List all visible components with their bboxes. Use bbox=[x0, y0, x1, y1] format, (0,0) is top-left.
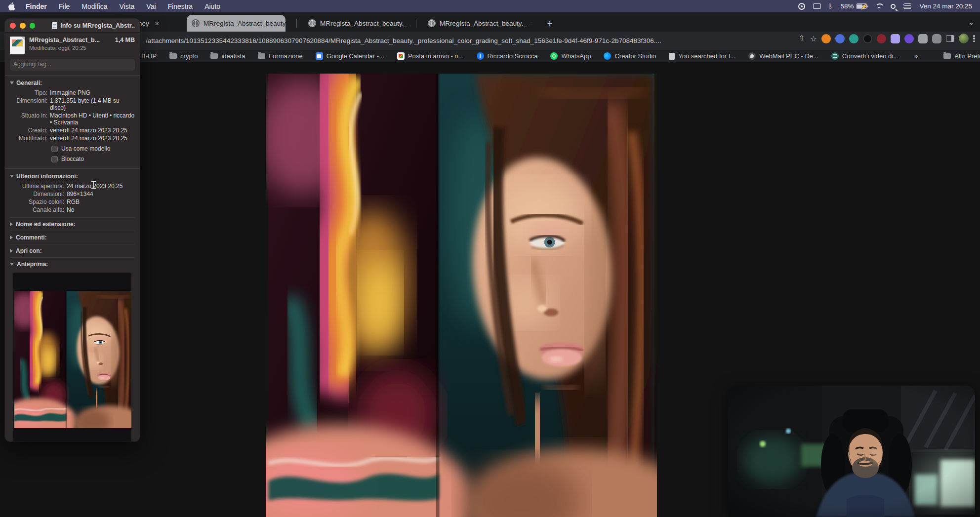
tab-active[interactable]: MRregista_Abstract_beauty._ bbox=[187, 15, 286, 32]
macos-desktop: Finder File Modifica Vista Vai Finestra … bbox=[0, 0, 980, 517]
tab-close-icon[interactable] bbox=[531, 19, 531, 27]
bookmark-facebook[interactable]: Riccardo Scrocca bbox=[477, 52, 538, 60]
tab-close-icon[interactable] bbox=[153, 19, 161, 27]
file-name: MRregista_Abstract_b... bbox=[29, 37, 100, 43]
menu-item-finder[interactable]: Finder bbox=[20, 2, 53, 10]
section-ulteriori-informazioni[interactable]: Ulteriori informazioni: bbox=[10, 173, 135, 180]
bookmark-creator-studio[interactable]: Creator Studio bbox=[604, 52, 656, 60]
menu-bar: Finder File Modifica Vista Vai Finestra … bbox=[0, 0, 980, 12]
blue-wallet-extension-icon[interactable] bbox=[835, 34, 845, 43]
bookmark-label: Converti i video di... bbox=[842, 52, 898, 60]
bookmark-folder-idealista[interactable]: idealista bbox=[210, 52, 245, 60]
chevron-right-icon bbox=[10, 236, 13, 239]
profile-avatar[interactable] bbox=[959, 34, 969, 43]
bookmark-webmail-pec[interactable]: WebMail PEC - De... bbox=[748, 52, 818, 60]
bookmark-folder-formazione[interactable]: Formazione bbox=[258, 52, 303, 60]
row-value: 24 marzo 2023 20:25 bbox=[67, 183, 135, 190]
menu-bar-clock[interactable]: Ven 24 mar 20:25 bbox=[919, 2, 972, 10]
document-icon bbox=[52, 22, 57, 29]
section-label: Nome ed estensione: bbox=[16, 221, 76, 228]
tab-3[interactable]: MRregista_Abstract_beauty._ bbox=[303, 15, 410, 32]
menu-item-finestra[interactable]: Finestra bbox=[162, 2, 199, 10]
row-label: Creato: bbox=[10, 127, 47, 134]
bluetooth-icon[interactable]: ᛒ bbox=[829, 2, 833, 10]
folder-icon bbox=[210, 53, 218, 59]
purple-extension-icon[interactable] bbox=[904, 34, 914, 43]
bookmark-star-icon[interactable] bbox=[810, 34, 817, 43]
key-extension-icon[interactable] bbox=[877, 34, 886, 43]
section-label: Commenti: bbox=[16, 234, 47, 241]
new-tab-button[interactable] bbox=[543, 17, 556, 30]
bookmark-label: crypto bbox=[180, 52, 198, 60]
section-apri-con[interactable]: Apri con: bbox=[10, 244, 135, 257]
menu-item-vista[interactable]: Vista bbox=[113, 2, 140, 10]
bookmark-label: Creator Studio bbox=[614, 52, 656, 60]
row-label: Ultima apertura: bbox=[10, 183, 64, 190]
file-size: 1,4 MB bbox=[115, 37, 135, 43]
tab-favicon-globe-icon bbox=[308, 19, 316, 27]
menu-item-vai[interactable]: Vai bbox=[140, 2, 162, 10]
tab-label: MRregista_Abstract_beauty._ bbox=[440, 20, 527, 27]
display-icon[interactable] bbox=[813, 3, 821, 9]
whatsapp-icon bbox=[550, 52, 558, 60]
bookmark-bup[interactable]: B-UP bbox=[141, 52, 157, 60]
section-label: Ulteriori informazioni: bbox=[16, 173, 78, 180]
minimize-button[interactable] bbox=[20, 23, 26, 29]
zoom-button[interactable] bbox=[30, 23, 36, 29]
menu-item-aiuto[interactable]: Aiuto bbox=[199, 2, 226, 10]
row-value: 1.371.351 byte (1,4 MB su disco) bbox=[50, 97, 135, 111]
mm-extension-icon[interactable] bbox=[918, 34, 928, 43]
section-generali[interactable]: Generali: bbox=[10, 80, 135, 86]
checkbox-icon[interactable] bbox=[51, 146, 58, 152]
bookmark-label: You searched for I... bbox=[678, 52, 735, 60]
spotlight-icon[interactable] bbox=[891, 4, 896, 9]
metamask-extension-icon[interactable] bbox=[821, 34, 831, 43]
wifi-icon[interactable] bbox=[875, 3, 883, 9]
tab-search-chevron-icon[interactable] bbox=[968, 18, 974, 26]
close-button[interactable] bbox=[10, 23, 16, 29]
screen-recording-icon[interactable] bbox=[798, 3, 805, 10]
section-commenti[interactable]: Commenti: bbox=[10, 231, 135, 244]
bookmark-google-calendar[interactable]: Google Calendar -... bbox=[316, 52, 384, 60]
share-icon[interactable] bbox=[799, 35, 806, 42]
checkbox-label: Usa come modello bbox=[61, 145, 110, 152]
side-panel-icon[interactable] bbox=[946, 35, 954, 42]
calendar-icon bbox=[316, 52, 323, 60]
bookmarks-overflow-icon[interactable] bbox=[914, 52, 918, 60]
checkbox-icon[interactable] bbox=[51, 156, 58, 162]
facebook-icon bbox=[477, 52, 484, 60]
tab-4[interactable]: MRregista_Abstract_beauty._ bbox=[423, 15, 531, 32]
black-circle-extension-icon[interactable] bbox=[863, 34, 872, 43]
green-n-extension-icon[interactable] bbox=[849, 34, 858, 43]
bookmark-gmail-inbox[interactable]: Posta in arrivo - ri... bbox=[397, 52, 464, 60]
folder-icon bbox=[169, 53, 177, 59]
bookmark-label: Formazione bbox=[269, 52, 303, 60]
finder-info-window: Info su MRregista_Abstr... MRregista_Abs… bbox=[5, 19, 140, 441]
browser-menu-icon[interactable] bbox=[973, 34, 975, 43]
url-address-bar[interactable]: /attachments/1013512335442333816/1088906… bbox=[146, 35, 758, 47]
checkbox-label: Bloccato bbox=[61, 156, 84, 162]
section-anteprima[interactable]: Anteprima: bbox=[10, 257, 135, 271]
menu-item-modifica[interactable]: Modifica bbox=[76, 2, 113, 10]
battery-status[interactable]: 58% ⚡ bbox=[840, 2, 867, 10]
add-tags-field[interactable]: Aggiungi tag... bbox=[10, 59, 135, 71]
bookmark-converti-video[interactable]: Converti i video di... bbox=[831, 52, 898, 60]
bookmark-you-searched[interactable]: You searched for I... bbox=[669, 52, 735, 60]
menu-item-file[interactable]: File bbox=[53, 2, 76, 10]
bookmark-whatsapp[interactable]: WhatsApp bbox=[550, 52, 591, 60]
control-center-icon[interactable] bbox=[903, 3, 911, 9]
row-value: No bbox=[67, 206, 135, 213]
extensions-puzzle-icon[interactable] bbox=[932, 34, 941, 43]
info-window-titlebar[interactable]: Info su MRregista_Abstr... bbox=[5, 19, 140, 33]
phantom-extension-icon[interactable] bbox=[891, 34, 900, 43]
checkbox-bloccato[interactable]: Bloccato bbox=[51, 156, 135, 162]
checkbox-usa-come-modello[interactable]: Usa come modello bbox=[51, 145, 135, 152]
bookmark-folder-crypto[interactable]: crypto bbox=[169, 52, 198, 60]
section-label: Generali: bbox=[16, 80, 42, 86]
bookmark-label: B-UP bbox=[141, 52, 157, 60]
apple-menu-icon[interactable] bbox=[8, 2, 15, 10]
chevron-right-icon bbox=[10, 249, 13, 253]
other-bookmarks-folder[interactable]: Altri Preferiti bbox=[943, 52, 980, 60]
section-nome-ed-estensione[interactable]: Nome ed estensione: bbox=[10, 217, 135, 231]
file-modified: Modificato: oggi, 20:25 bbox=[29, 45, 135, 51]
